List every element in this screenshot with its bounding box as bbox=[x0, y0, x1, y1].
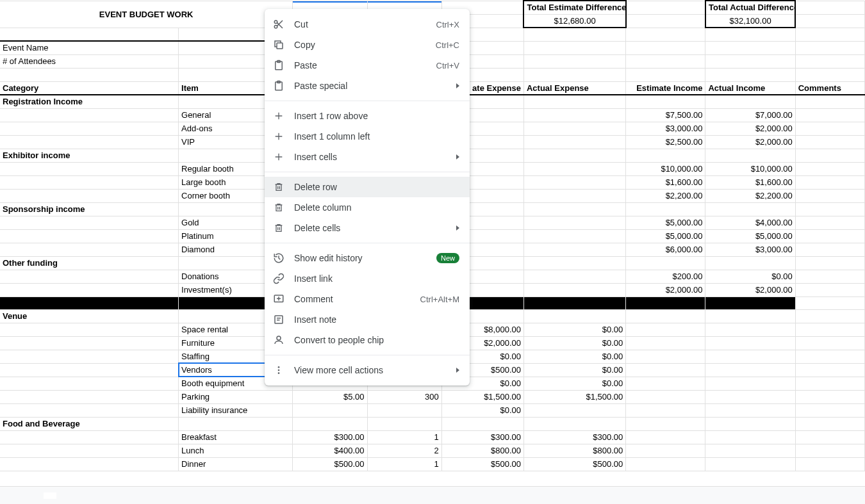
svg-point-10 bbox=[278, 366, 280, 368]
context-menu: Cut Ctrl+X Copy Ctrl+C Paste Ctrl+V Past… bbox=[265, 9, 470, 386]
more-icon bbox=[272, 364, 285, 377]
sheet-tab-bar bbox=[0, 486, 865, 504]
cell[interactable]: $5,000.00 bbox=[705, 229, 795, 243]
cell[interactable]: $0.00 bbox=[705, 270, 795, 283]
menu-insert-column[interactable]: Insert 1 column left bbox=[265, 126, 470, 147]
cell[interactable]: $5,000.00 bbox=[626, 229, 705, 243]
category-other: Other funding bbox=[0, 256, 179, 270]
item-cell[interactable]: Breakfast bbox=[179, 430, 293, 444]
cell[interactable]: $2,000.00 bbox=[626, 283, 705, 297]
menu-copy[interactable]: Copy Ctrl+C bbox=[265, 35, 470, 55]
cell[interactable]: $200.00 bbox=[626, 270, 705, 283]
cell[interactable]: 1 bbox=[367, 430, 441, 444]
menu-delete-cells[interactable]: Delete cells bbox=[265, 218, 470, 238]
cell[interactable]: $10,000.00 bbox=[705, 162, 795, 175]
menu-label: Cut bbox=[294, 19, 436, 29]
cell[interactable]: $500.00 bbox=[523, 457, 625, 471]
cell[interactable]: $2,000.00 bbox=[705, 283, 795, 297]
cell[interactable]: 2 bbox=[367, 444, 441, 457]
cell[interactable]: $0.00 bbox=[523, 363, 625, 377]
note-icon bbox=[272, 313, 285, 326]
menu-insert-note[interactable]: Insert note bbox=[265, 309, 470, 330]
chevron-right-icon bbox=[456, 83, 459, 88]
cell[interactable]: $7,000.00 bbox=[705, 108, 795, 122]
menu-delete-column[interactable]: Delete column bbox=[265, 197, 470, 218]
cell[interactable]: $800.00 bbox=[441, 444, 523, 457]
cell[interactable]: $3,000.00 bbox=[705, 243, 795, 256]
cell[interactable]: $300.00 bbox=[441, 430, 523, 444]
cell[interactable]: $800.00 bbox=[523, 444, 625, 457]
cell[interactable]: $400.00 bbox=[293, 444, 367, 457]
cell[interactable]: 300 bbox=[367, 390, 441, 403]
menu-people-chip[interactable]: Convert to people chip bbox=[265, 330, 470, 350]
cell[interactable]: $5.00 bbox=[293, 390, 367, 403]
menu-shortcut: Ctrl+X bbox=[436, 20, 459, 29]
menu-label: Delete column bbox=[294, 202, 459, 213]
cell[interactable]: $6,000.00 bbox=[626, 243, 705, 256]
cell[interactable]: $1,500.00 bbox=[441, 390, 523, 403]
category-registration: Registration Income bbox=[0, 95, 179, 108]
cell[interactable]: $0.00 bbox=[441, 403, 523, 417]
menu-shortcut: Ctrl+C bbox=[436, 40, 459, 50]
menu-edit-history[interactable]: Show edit history New bbox=[265, 248, 470, 268]
total-actual-diff-value: $32,100.00 bbox=[705, 14, 795, 28]
menu-label: Convert to people chip bbox=[294, 335, 459, 345]
menu-insert-row[interactable]: Insert 1 row above bbox=[265, 106, 470, 126]
cell[interactable]: $2,200.00 bbox=[705, 189, 795, 202]
item-cell[interactable]: Liability insurance bbox=[179, 403, 293, 417]
person-icon bbox=[272, 334, 285, 346]
cell[interactable]: $300.00 bbox=[523, 430, 625, 444]
menu-paste[interactable]: Paste Ctrl+V bbox=[265, 55, 470, 76]
menu-label: Paste special bbox=[294, 81, 452, 91]
new-badge: New bbox=[436, 253, 459, 263]
chevron-right-icon bbox=[456, 225, 459, 231]
menu-cut[interactable]: Cut Ctrl+X bbox=[265, 14, 470, 35]
cell[interactable]: $3,000.00 bbox=[626, 122, 705, 135]
menu-label: Paste bbox=[294, 60, 436, 70]
cell[interactable]: $1,500.00 bbox=[523, 390, 625, 403]
cell[interactable]: $2,500.00 bbox=[626, 135, 705, 149]
col-header-category: Category bbox=[0, 81, 179, 95]
cell[interactable]: $300.00 bbox=[293, 430, 367, 444]
menu-comment[interactable]: Comment Ctrl+Alt+M bbox=[265, 289, 470, 309]
cell[interactable]: $1,600.00 bbox=[705, 175, 795, 189]
svg-point-11 bbox=[278, 370, 280, 371]
item-cell[interactable]: Lunch bbox=[179, 444, 293, 457]
item-cell[interactable]: Parking bbox=[179, 390, 293, 403]
cell[interactable]: $500.00 bbox=[293, 457, 367, 471]
page-title: EVENT BUDGET WORK bbox=[0, 1, 293, 28]
menu-label: Show edit history bbox=[294, 253, 436, 263]
svg-rect-2 bbox=[277, 43, 283, 49]
cell[interactable]: $1,600.00 bbox=[626, 175, 705, 189]
paste-icon bbox=[272, 59, 285, 72]
cell[interactable]: $0.00 bbox=[523, 323, 625, 336]
menu-shortcut: Ctrl+Alt+M bbox=[420, 295, 459, 304]
plus-icon bbox=[272, 150, 285, 163]
cell[interactable]: $2,000.00 bbox=[705, 135, 795, 149]
menu-more-actions[interactable]: View more cell actions bbox=[265, 360, 470, 380]
menu-paste-special[interactable]: Paste special bbox=[265, 76, 470, 96]
cell[interactable]: $4,000.00 bbox=[705, 216, 795, 229]
menu-delete-row[interactable]: Delete row bbox=[265, 177, 470, 197]
cell[interactable]: $500.00 bbox=[441, 457, 523, 471]
cell[interactable]: $0.00 bbox=[523, 350, 625, 363]
history-icon bbox=[272, 252, 285, 264]
cell[interactable]: $5,000.00 bbox=[626, 216, 705, 229]
cell[interactable]: $10,000.00 bbox=[626, 162, 705, 175]
menu-insert-cells[interactable]: Insert cells bbox=[265, 147, 470, 167]
col-selection-marker bbox=[368, 1, 441, 3]
cell[interactable]: $2,000.00 bbox=[705, 122, 795, 135]
cell[interactable]: $2,200.00 bbox=[626, 189, 705, 202]
cell[interactable]: $7,500.00 bbox=[626, 108, 705, 122]
cell[interactable]: 1 bbox=[367, 457, 441, 471]
sheet-tab[interactable] bbox=[44, 492, 56, 499]
category-exhibitor: Exhibitor income bbox=[0, 149, 179, 162]
cell[interactable]: $0.00 bbox=[523, 377, 625, 390]
col-header-act-expense: Actual Expense bbox=[523, 81, 625, 95]
menu-insert-link[interactable]: Insert link bbox=[265, 268, 470, 289]
total-actual-diff-label: Total Actual Difference bbox=[705, 1, 795, 14]
item-cell[interactable]: Dinner bbox=[179, 457, 293, 471]
category-venue: Venue bbox=[0, 309, 179, 323]
col-header-comments: Comments bbox=[795, 81, 864, 95]
cell[interactable]: $0.00 bbox=[523, 336, 625, 350]
